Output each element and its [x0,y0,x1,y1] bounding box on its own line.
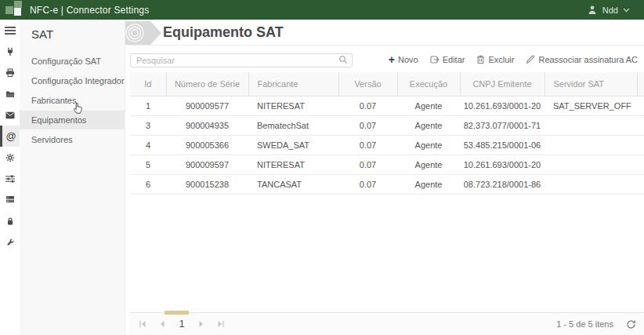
cell-servidor-sat [545,155,637,174]
cell-numero-serie: 900004935 [166,115,248,135]
cell-execucao: Agente [397,155,460,174]
pencil-icon [526,55,535,64]
column-header-numero-serie[interactable]: Número de Série [166,72,248,96]
refresh-icon [626,319,636,330]
cell-fabricante: NITERESAT [248,155,338,174]
table-row[interactable]: 6 900015238 TANCASAT 0.07 Agente 08.723.… [130,174,644,194]
plug-icon[interactable] [0,41,20,62]
column-header-fabricante[interactable]: Fabricante [248,72,338,96]
top-bar: NFC-e | Connector Settings Ndd [0,0,644,20]
sidebar: SAT Configuração SAT Configuração Integr… [20,20,125,335]
content-area: + Novo Editar Excluir [125,46,644,335]
page-title: Equipamento SAT [163,24,284,41]
cell-fabricante: TANCASAT [248,174,338,194]
refresh-button[interactable] [626,319,636,330]
cell-cnpj: 53.485.215/0001-06 [460,135,545,155]
new-button[interactable]: + Novo [389,54,418,65]
main-panel: Equipamento SAT + Novo [125,20,644,335]
at-icon[interactable]: @ [0,126,20,147]
app-title: NFC-e | Connector Settings [30,5,149,16]
icon-rail: @ [0,20,20,335]
wrench-icon[interactable] [0,231,20,253]
sidebar-item-configuracao-sat[interactable]: Configuração SAT [20,52,125,71]
table-row[interactable]: 3 900004935 BematechSat 0.07 Agente 82.3… [130,115,644,135]
server-icon[interactable] [0,189,20,210]
mail-icon[interactable] [0,104,20,126]
page-number[interactable]: 1 [174,316,190,332]
cell-id: 6 [130,174,166,194]
user-name: Ndd [602,5,618,15]
cell-servidor-sat [545,115,637,135]
cell-versao: 0.07 [338,155,397,174]
cell-fabricante: SWEDA_SAT [248,135,338,155]
sliders-icon[interactable] [0,168,20,189]
user-icon [587,5,598,15]
grid-toolbar: + Novo Editar Excluir [389,54,638,65]
search-icon [338,55,348,64]
cell-execucao: Agente [397,174,460,194]
edit-icon [430,55,440,64]
table-row[interactable]: 4 900005366 SWEDA_SAT 0.07 Agente 53.485… [130,135,644,155]
delete-button[interactable]: Excluir [476,55,514,64]
next-page-button[interactable] [194,316,209,332]
equipment-grid: Id Número de Série Fabricante Versão Exe… [130,72,644,312]
app-window: NFC-e | Connector Settings Ndd [0,0,644,335]
column-header-cnpj-emitente[interactable]: CNPJ Emitente [460,72,545,96]
cell-id: 1 [130,96,166,115]
cell-cnpj: 08.723.218/0001-86 [460,174,545,194]
cell-versao: 0.07 [338,135,397,155]
column-header-execucao[interactable]: Execução [397,72,460,96]
menu-icon[interactable] [0,20,20,41]
cell-fabricante: BematechSat [248,115,338,135]
cell-servidor-sat [545,174,637,194]
sidebar-item-equipamentos[interactable]: Equipamentos [20,111,125,129]
app-logo-icon [0,0,27,20]
cell-cnpj: 10.261.693/0001-20 [460,96,545,115]
cell-execucao: Agente [397,115,460,135]
cell-numero-serie: 900009577 [166,96,248,115]
cell-versao: 0.07 [338,174,397,194]
table-row[interactable]: 5 900009597 NITERESAT 0.07 Agente 10.261… [130,155,644,174]
sidebar-item-servidores[interactable]: Servidores [20,130,125,149]
first-page-button[interactable] [135,316,150,332]
plus-icon: + [389,54,395,65]
sidebar-item-configuracao-integrador[interactable]: Configuração Integrador [20,71,125,90]
column-header-versao[interactable]: Versão [338,72,397,96]
cell-fabricante: NITERESAT [248,96,338,115]
cell-numero-serie: 900005366 [166,135,248,155]
cell-id: 3 [130,115,166,135]
edit-button[interactable]: Editar [430,55,465,64]
table-row[interactable]: 1 900009577 NITERESAT 0.07 Agente 10.261… [130,96,644,115]
gear-icon[interactable] [0,147,20,168]
search-input[interactable] [130,53,353,67]
trash-icon [476,55,485,64]
page-header: Equipamento SAT [125,20,644,46]
last-page-button[interactable] [213,316,229,332]
cell-numero-serie: 900015238 [166,174,248,194]
cell-id: 5 [130,155,166,174]
column-header-id[interactable]: Id [130,72,166,96]
sidebar-item-fabricantes[interactable]: Fabricantes [20,91,125,110]
cell-id: 4 [130,135,166,155]
cell-cnpj: 10.261.693/0001-20 [460,155,545,174]
reassign-signature-button[interactable]: Reassociar assinatura AC [526,55,638,64]
column-header-filler [637,72,644,96]
chevron-down-icon [623,8,630,13]
cell-execucao: Agente [397,135,460,155]
lock-icon[interactable] [0,210,20,231]
previous-page-button[interactable] [154,316,170,332]
page-title-badge-icon [125,21,161,45]
pager: 1 1 - 5 de 5 itens [130,312,644,335]
folder-icon[interactable] [0,83,20,104]
search-box [130,53,353,67]
cell-execucao: Agente [397,96,460,115]
cell-servidor-sat [545,135,637,155]
column-header-servidor-sat[interactable]: Servidor SAT [545,72,637,96]
cell-versao: 0.07 [338,115,397,135]
cell-servidor-sat: SAT_SERVER_OFF [545,96,637,115]
sidebar-title: SAT [20,20,125,52]
cell-cnpj: 82.373.077/0001-71 [460,115,545,135]
user-menu[interactable]: Ndd [587,5,630,15]
printer-icon[interactable] [0,62,20,83]
pager-info: 1 - 5 de 5 itens [556,319,613,329]
